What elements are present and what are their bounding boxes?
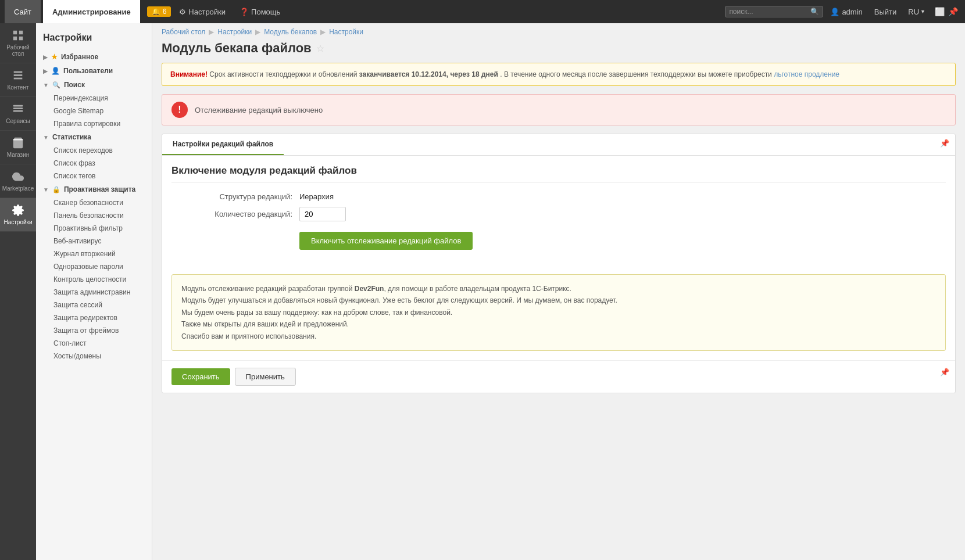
count-input[interactable] xyxy=(299,207,346,221)
sidebar-item-redirect-protect[interactable]: Защита редиректов xyxy=(36,311,152,324)
breadcrumb-settings[interactable]: Настройки xyxy=(217,28,252,36)
tab-file-revisions[interactable]: Настройки редакций файлов xyxy=(162,134,284,155)
sidebar-item-security-scanner[interactable]: Сканер безопасности xyxy=(36,196,152,209)
users-label: Пользователи xyxy=(63,67,113,75)
warning-text2: . В течение одного месяца после завершен… xyxy=(500,70,774,78)
warning-prefix: Внимание! xyxy=(170,70,208,78)
content-area: Рабочий стол ▶ Настройки ▶ Модуль бекапо… xyxy=(152,23,965,560)
sidebar-item-frame-protect[interactable]: Защита от фреймов xyxy=(36,324,152,337)
breadcrumb: Рабочий стол ▶ Настройки ▶ Модуль бекапо… xyxy=(152,23,965,41)
structure-value: Иерархия xyxy=(299,192,334,201)
sidebar-item-admin-protect[interactable]: Защита администравин xyxy=(36,286,152,299)
user-menu[interactable]: 👤 admin xyxy=(825,8,867,16)
transitions-label: Список переходов xyxy=(53,146,113,155)
chevron-right-icon-users: ▶ xyxy=(43,68,48,74)
warning-link[interactable]: льготное продление xyxy=(774,70,839,78)
notifications-badge[interactable]: 🔔 6 xyxy=(147,6,171,17)
lock-icon: 🔒 xyxy=(52,186,60,193)
svg-rect-8 xyxy=(13,107,23,109)
sidebar-item-favorites[interactable]: ▶ ★ Избранное xyxy=(36,50,152,64)
gear-nav-icon: ⚙ xyxy=(179,8,186,16)
help-nav-item[interactable]: ❓ Помощь xyxy=(234,0,286,23)
settings-nav-item[interactable]: ⚙ Настройки xyxy=(173,0,231,23)
enable-tracking-button[interactable]: Включить отслеживание редакций файлов xyxy=(299,232,473,250)
sidebar-item-proactive-filter[interactable]: Проактивный фильтр xyxy=(36,222,152,235)
username-label: admin xyxy=(842,8,862,16)
search-group-label: Поиск xyxy=(64,81,85,89)
sidebar-item-sort-rules[interactable]: Правила сортировки xyxy=(36,117,152,130)
sidebar-item-settings[interactable]: Настройки xyxy=(0,198,36,232)
breadcrumb-current[interactable]: Настройки xyxy=(329,28,363,36)
sidebar-item-transitions[interactable]: Список переходов xyxy=(36,144,152,157)
sidebar-item-users[interactable]: ▶ 👤 Пользователи xyxy=(36,64,152,78)
sidebar-item-stoplist[interactable]: Стоп-лист xyxy=(36,337,152,350)
svg-rect-0 xyxy=(13,31,17,34)
save-button[interactable]: Сохранить xyxy=(171,368,230,385)
sidebar-item-phrases[interactable]: Список фраз xyxy=(36,157,152,170)
search-icon: 🔍 xyxy=(810,8,819,16)
integrity-label: Контроль целостности xyxy=(53,275,126,283)
page-content: Модуль бекапа файлов ☆ Внимание! Срок ак… xyxy=(152,41,965,560)
search-input[interactable] xyxy=(729,8,810,16)
admin-tab[interactable]: Администрирование xyxy=(43,0,140,23)
sidebar-menu-title: Настройки xyxy=(36,28,152,50)
sidebar-icons-panel: Рабочий стол Контент Сервисы Магазин Mar… xyxy=(0,23,36,560)
security-scanner-label: Сканер безопасности xyxy=(53,199,123,207)
tab-pin-icon[interactable]: 📌 xyxy=(934,134,955,155)
logout-button[interactable]: Выйти xyxy=(870,8,902,16)
redirect-protect-label: Защита редиректов xyxy=(53,314,117,322)
bottom-pin-icon[interactable]: 📌 xyxy=(940,368,949,376)
sidebar-item-content[interactable]: Контент xyxy=(0,63,36,97)
sidebar-item-shop[interactable]: Магазин xyxy=(0,131,36,164)
sidebar-item-tags[interactable]: Список тегов xyxy=(36,170,152,182)
sidebar-item-integrity[interactable]: Контроль целостности xyxy=(36,273,152,286)
chevron-down-icon-search: ▼ xyxy=(43,82,49,88)
sidebar-item-marketplace[interactable]: Marketplace xyxy=(0,164,36,198)
otp-label: Одноразовые пароли xyxy=(53,263,123,271)
sidebar-item-statistics-group[interactable]: ▼ Статистика xyxy=(36,130,152,144)
form-row-count: Количество редакций: xyxy=(171,207,946,221)
sidebar-item-reindex[interactable]: Переиндексация xyxy=(36,92,152,105)
svg-rect-6 xyxy=(14,78,23,80)
language-selector[interactable]: RU ▼ xyxy=(903,8,930,16)
sidebar-item-hosts[interactable]: Хосты/домены xyxy=(36,350,152,362)
phrases-label: Список фраз xyxy=(53,159,95,167)
favorite-star-icon[interactable]: ☆ xyxy=(316,43,324,54)
bottom-actions: Сохранить Применить 📌 xyxy=(162,360,955,393)
form-row-structure: Структура редакций: Иерархия xyxy=(171,192,946,201)
sidebar-item-otp[interactable]: Одноразовые пароли xyxy=(36,260,152,273)
reindex-label: Переиндексация xyxy=(53,94,108,102)
security-panel-label: Панель безопасности xyxy=(53,211,124,220)
favorites-label: Избранное xyxy=(61,53,98,61)
warning-text: Срок активности техподдержки и обновлени… xyxy=(209,70,359,78)
breadcrumb-backup-module[interactable]: Модуль бекапов xyxy=(264,28,317,36)
intrusion-log-label: Журнал вторжений xyxy=(53,250,116,258)
sidebar-item-protection-group[interactable]: ▼ 🔒 Проактивная защита xyxy=(36,182,152,196)
search-icon-sm: 🔍 xyxy=(52,81,60,89)
sidebar-icon-label-services: Сервисы xyxy=(6,118,30,124)
sidebar-item-search-group[interactable]: ▼ 🔍 Поиск xyxy=(36,78,152,92)
sidebar-item-security-panel[interactable]: Панель безопасности xyxy=(36,209,152,222)
apply-button[interactable]: Применить xyxy=(235,368,296,386)
sidebar-item-antivirus[interactable]: Веб-антивирус xyxy=(36,235,152,247)
breadcrumb-desktop[interactable]: Рабочий стол xyxy=(162,28,205,36)
site-tab[interactable]: Сайт xyxy=(5,0,41,23)
chevron-down-icon: ▼ xyxy=(920,9,925,15)
sitemap-label: Google Sitemap xyxy=(53,107,103,115)
search-box[interactable]: 🔍 xyxy=(725,6,823,17)
sidebar-item-sitemap[interactable]: Google Sitemap xyxy=(36,105,152,117)
pin-icon[interactable]: 📌 xyxy=(948,7,958,16)
chevron-down-icon-stat: ▼ xyxy=(43,134,49,141)
sidebar-item-intrusion-log[interactable]: Журнал вторжений xyxy=(36,247,152,260)
sidebar-item-dashboard[interactable]: Рабочий стол xyxy=(0,23,36,63)
user-icon: 👤 xyxy=(830,8,839,16)
section-title: Включение модуля редакций файлов xyxy=(171,165,946,183)
sidebar-menu-panel: Настройки ▶ ★ Избранное ▶ 👤 Пользователи… xyxy=(36,23,152,560)
sidebar-item-services[interactable]: Сервисы xyxy=(0,97,36,131)
structure-label: Структура редакций: xyxy=(171,192,299,201)
sidebar-item-session-protect[interactable]: Защита сессий xyxy=(36,299,152,311)
page-title-row: Модуль бекапа файлов ☆ xyxy=(162,41,956,56)
info-line-5: Спасибо вам и приятного использования. xyxy=(181,331,936,342)
stoplist-label: Стоп-лист xyxy=(53,339,86,347)
window-icon[interactable]: ⬜ xyxy=(935,7,945,16)
